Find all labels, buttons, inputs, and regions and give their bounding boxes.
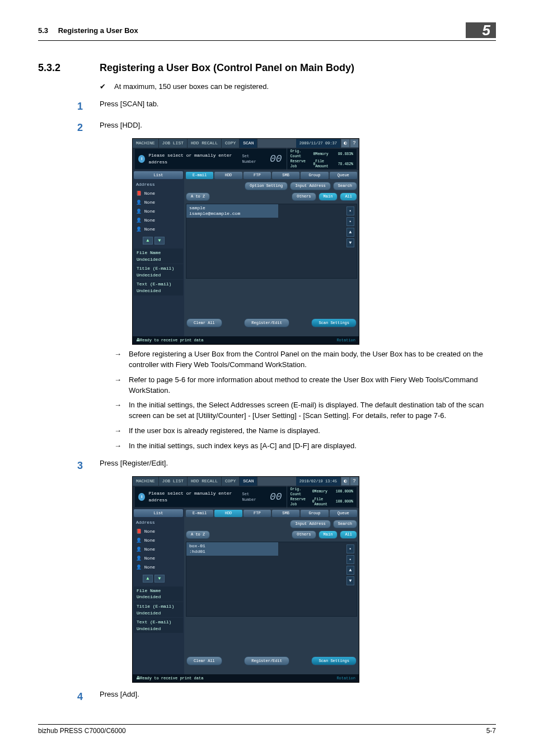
all-button[interactable]: All: [340, 530, 357, 539]
input-address-button[interactable]: Input Address: [290, 520, 331, 528]
clear-all-button[interactable]: Clear All: [186, 318, 222, 327]
printer-icon: 🖶: [136, 675, 140, 681]
datetime-label: 2010/02/19 13:45: [296, 477, 341, 486]
scan-settings-button[interactable]: Scan Settings: [311, 656, 357, 665]
chapter-badge: 5: [466, 22, 496, 38]
view-grid-2-icon[interactable]: ▪: [346, 555, 354, 564]
view-grid-1-icon[interactable]: ▪: [346, 206, 354, 215]
tab-joblist[interactable]: JOB LIST: [159, 139, 188, 148]
step-4-text: Press [Add].: [100, 689, 139, 704]
main-button[interactable]: Main: [318, 192, 338, 201]
help-icon[interactable]: ?: [350, 477, 358, 485]
arrow-icon: →: [114, 441, 129, 452]
info-message: Please select or manually enter address: [148, 152, 242, 165]
desttab-hdd[interactable]: HDD: [214, 172, 242, 179]
arrow-icon: →: [114, 400, 129, 421]
tab-hddrecall[interactable]: HDD RECALL: [188, 139, 222, 148]
status-text: Ready to receive print data: [140, 675, 203, 681]
desttab-group[interactable]: Group: [301, 172, 328, 179]
side-address-label: Address: [136, 520, 155, 525]
address-entry[interactable]: sample isample@mcample.com: [186, 204, 278, 218]
setnumber-value: 00: [265, 152, 287, 166]
tab-hddrecall[interactable]: HDD RECALL: [188, 477, 222, 486]
register-edit-button[interactable]: Register/Edit: [244, 318, 289, 327]
note-name-displayed: If the user box is already registered, t…: [129, 426, 320, 436]
setnumber-label: Set Number: [242, 153, 263, 165]
desttab-smb[interactable]: SMB: [272, 510, 299, 517]
scan-settings-button[interactable]: Scan Settings: [311, 318, 357, 327]
desttab-ftp[interactable]: FTP: [243, 172, 271, 179]
info-icon: i: [138, 155, 145, 163]
note-index-keys: In the initial settings, such index keys…: [129, 441, 357, 452]
step-1-text: Press [SCAN] tab.: [100, 99, 158, 114]
scroll-down-icon[interactable]: ▼: [346, 576, 354, 585]
side-down-icon[interactable]: ▼: [154, 237, 165, 245]
scroll-up-icon[interactable]: ▲: [346, 566, 354, 575]
desttab-queue[interactable]: Queue: [330, 172, 357, 179]
header-section-title: Registering a User Box: [58, 26, 138, 35]
step-4-number: 4: [77, 689, 100, 704]
side-title-label: Title (E-mail): [137, 266, 174, 271]
desttab-hdd[interactable]: HDD: [214, 510, 242, 517]
status-text: Ready to receive print data: [140, 337, 203, 343]
option-setting-button[interactable]: Option Setting: [245, 182, 288, 190]
view-grid-2-icon[interactable]: ▪: [346, 217, 354, 226]
section-title: Registering a User Box (Control Panel on…: [100, 62, 354, 74]
step-3-text: Press [Register/Edit].: [100, 458, 168, 473]
info-message: Please select or manually enter address: [148, 490, 242, 503]
checkmark-icon: ✔: [100, 82, 114, 92]
side-down-icon[interactable]: ▼: [154, 575, 165, 583]
side-address-label: Address: [136, 182, 155, 187]
setnumber-value: 00: [265, 490, 287, 504]
main-button[interactable]: Main: [318, 530, 338, 539]
desttab-group[interactable]: Group: [301, 510, 328, 517]
input-address-button[interactable]: Input Address: [290, 182, 331, 190]
screenshot-scan-email: MACHINE JOB LIST HDD RECALL COPY SCAN 20…: [132, 138, 359, 345]
search-button[interactable]: Search: [333, 182, 357, 190]
all-button[interactable]: All: [340, 192, 357, 201]
desttab-email[interactable]: E-mail: [186, 172, 213, 179]
tab-joblist[interactable]: JOB LIST: [159, 477, 188, 486]
entry-sub: isample@mcample.com: [189, 211, 240, 216]
others-button[interactable]: Others: [292, 192, 316, 201]
rotation-label: Rotation: [336, 675, 355, 681]
side-text-label: Text (E-mail): [137, 281, 171, 287]
desttab-smb[interactable]: SMB: [272, 172, 299, 179]
setnumber-label: Set Number: [242, 491, 263, 503]
atoz-button[interactable]: A to Z: [186, 530, 210, 539]
step-2-text: Press [HDD].: [100, 120, 142, 135]
side-list-header[interactable]: List: [134, 171, 183, 179]
desttab-queue[interactable]: Queue: [330, 510, 357, 517]
search-button[interactable]: Search: [333, 520, 357, 528]
tab-copy[interactable]: COPY: [222, 139, 240, 148]
arrow-icon: →: [114, 375, 129, 396]
view-grid-1-icon[interactable]: ▪: [346, 544, 354, 553]
desttab-email[interactable]: E-mail: [186, 510, 213, 517]
tab-scan[interactable]: SCAN: [240, 139, 257, 148]
status-stats: Orig. Count0Memory100.000% Reserve Job0F…: [287, 486, 357, 508]
scroll-up-icon[interactable]: ▲: [346, 228, 354, 237]
register-edit-button[interactable]: Register/Edit: [244, 656, 289, 665]
clear-all-button[interactable]: Clear All: [186, 656, 222, 665]
tab-copy[interactable]: COPY: [222, 477, 240, 486]
arrow-icon: →: [114, 349, 129, 370]
atoz-button[interactable]: A to Z: [186, 192, 210, 201]
side-up-icon[interactable]: ▲: [143, 575, 153, 583]
help-icon[interactable]: ?: [350, 139, 358, 147]
tab-machine[interactable]: MACHINE: [133, 139, 159, 148]
printer-icon: 🖶: [136, 337, 140, 343]
side-list-header[interactable]: List: [134, 509, 183, 517]
entry-name: box-01: [189, 543, 205, 548]
step-1-number: 1: [77, 99, 100, 114]
network-icon: ◐: [341, 477, 349, 485]
footer-product: bizhub PRESS C7000/C6000: [38, 727, 126, 735]
side-up-icon[interactable]: ▲: [143, 237, 153, 245]
others-button[interactable]: Others: [292, 530, 316, 539]
note-refer-5-6: Refer to page 5-6 for more information a…: [129, 375, 496, 396]
tab-scan[interactable]: SCAN: [240, 477, 257, 486]
scroll-down-icon[interactable]: ▼: [346, 238, 354, 247]
address-entry[interactable]: box-01 :hdd01: [186, 542, 278, 556]
desttab-ftp[interactable]: FTP: [243, 510, 271, 517]
tab-machine[interactable]: MACHINE: [133, 477, 159, 486]
side-filename-label: File Name: [137, 250, 161, 255]
